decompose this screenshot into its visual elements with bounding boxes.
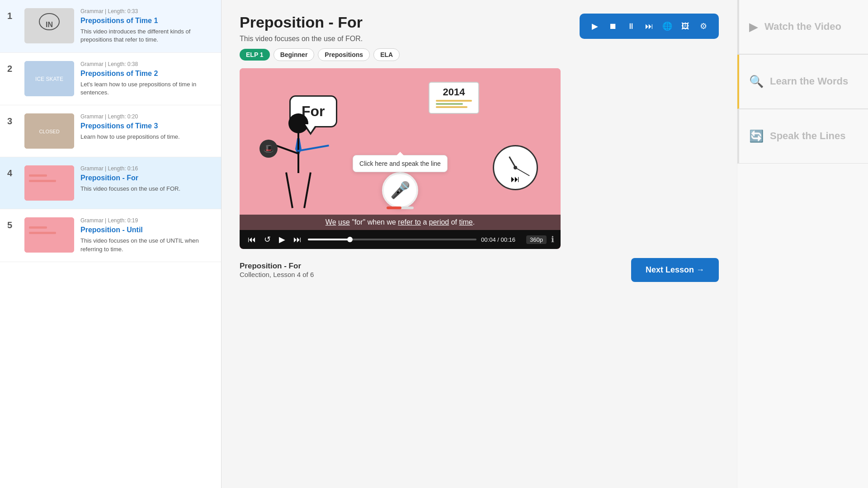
- pause-toolbar-icon[interactable]: ⏸: [622, 18, 640, 34]
- video-controls: ⏮ ↺ ▶ ⏭ 00:04 / 00:16: [240, 230, 561, 249]
- lesson-item-4[interactable]: 4 Grammar | Length: 0:16 Preposition - F…: [0, 157, 221, 209]
- lesson-thumb-5: [24, 217, 74, 253]
- lesson-title-5: Preposition - Until: [80, 225, 214, 234]
- lesson-number-3: 3: [7, 116, 20, 127]
- lesson-info-title: Preposition - For: [240, 262, 314, 271]
- lesson-number-5: 5: [7, 220, 20, 230]
- lesson-sidebar: 1 IN Grammar | Length: 0:33 Prepositions…: [0, 0, 222, 488]
- progress-bar[interactable]: [308, 239, 476, 240]
- tag-prepositions: Prepositions: [318, 48, 370, 61]
- main-content-row: For 🎩: [240, 68, 719, 282]
- lesson-tag-2: Grammar | Length: 0:38: [80, 61, 214, 67]
- language-toolbar-icon[interactable]: 🌐: [658, 18, 676, 34]
- settings-toolbar-icon[interactable]: ⚙: [694, 18, 712, 34]
- clock-widget: ⏭: [493, 145, 538, 190]
- stop-toolbar-icon[interactable]: ⏹: [604, 18, 622, 34]
- lesson-item-2[interactable]: 2 ICE SKATE Grammar | Length: 0:38 Prepo…: [0, 53, 221, 106]
- watch-video-section[interactable]: ▶ Watch the Video: [737, 0, 868, 54]
- svg-rect-7: [24, 165, 74, 201]
- year-card: 2014: [429, 82, 479, 114]
- stick-arm-right: [297, 145, 329, 152]
- lesson-number-1: 1: [7, 11, 20, 21]
- mic-progress: [387, 206, 414, 209]
- video-title-area: Preposition - For This video focuses on …: [240, 14, 400, 61]
- lesson-title-3: Prepositions of Time 3: [80, 122, 214, 130]
- skip-toolbar-icon[interactable]: ⏭: [640, 18, 658, 34]
- subtitle-text: We use "for" when we refer to a period o…: [326, 218, 475, 226]
- mic-button[interactable]: 🎤: [382, 172, 418, 208]
- info-icon[interactable]: ℹ: [551, 235, 554, 244]
- lesson-thumb-3: CLOSED: [24, 113, 74, 149]
- year-value: 2014: [436, 86, 472, 98]
- svg-text:ICE SKATE: ICE SKATE: [35, 76, 63, 82]
- next-lesson-button[interactable]: Next Lesson →: [631, 258, 719, 282]
- lesson-thumb-2: ICE SKATE: [24, 61, 74, 96]
- speak-lines-section[interactable]: 🔄 Speak the Lines: [737, 109, 868, 164]
- lesson-title-4: Preposition - For: [80, 174, 214, 182]
- mic-button-wrapper: 🎤 Click here and speak the line: [382, 172, 418, 208]
- display-toolbar-icon[interactable]: 🖼: [676, 18, 694, 34]
- svg-text:IN: IN: [46, 21, 53, 28]
- forward-button[interactable]: ⏭: [292, 234, 303, 245]
- learn-words-label: Learn the Words: [770, 75, 848, 87]
- lesson-title-1: Prepositions of Time 1: [80, 16, 214, 25]
- subtitles-bar: We use "for" when we refer to a period o…: [240, 215, 561, 230]
- lesson-desc-5: This video focuses on the use of UNTIL w…: [80, 237, 214, 253]
- tag-elp: ELP 1: [240, 49, 270, 61]
- speak-lines-label: Speak the Lines: [770, 130, 846, 142]
- video-player[interactable]: For 🎩: [240, 68, 561, 249]
- watch-video-label: Watch the Video: [764, 21, 841, 33]
- lesson-thumb-1: IN: [24, 8, 74, 43]
- lesson-tag-5: Grammar | Length: 0:19: [80, 217, 214, 224]
- time-total: 00:16: [500, 236, 515, 243]
- video-player-wrapper: For 🎩: [240, 68, 561, 249]
- lesson-thumb-4: [24, 165, 74, 201]
- svg-text:CLOSED: CLOSED: [39, 129, 59, 134]
- bottom-area: Preposition - For Collection, Lesson 4 o…: [240, 258, 719, 282]
- lesson-desc-4: This video focuses on the use of FOR.: [80, 185, 214, 193]
- lesson-tag-3: Grammar | Length: 0:20: [80, 113, 214, 120]
- lesson-title-2: Prepositions of Time 2: [80, 69, 214, 78]
- video-title: Preposition - For: [240, 14, 400, 31]
- lesson-number-4: 4: [7, 168, 20, 178]
- clock-skip-icon: ⏭: [511, 174, 520, 184]
- progress-fill: [308, 239, 350, 240]
- svg-rect-8: [29, 174, 47, 177]
- video-section: For 🎩: [240, 68, 719, 282]
- lesson-desc-2: Let's learn how to use prepositions of t…: [80, 80, 214, 97]
- tag-ela: ELA: [373, 48, 400, 61]
- tag-list: ELP 1 Beginner Prepositions ELA: [240, 48, 400, 61]
- rewind-button[interactable]: ⏮: [246, 234, 258, 245]
- play-toolbar-icon[interactable]: ▶: [586, 18, 604, 34]
- clock-face: ⏭: [493, 145, 538, 190]
- lesson-meta-3: Grammar | Length: 0:20 Prepositions of T…: [80, 113, 214, 141]
- lesson-meta-4: Grammar | Length: 0:16 Preposition - For…: [80, 165, 214, 193]
- play-button[interactable]: ▶: [277, 234, 287, 245]
- learn-words-icon: 🔍: [749, 75, 764, 89]
- svg-rect-11: [29, 226, 47, 229]
- lesson-item-1[interactable]: 1 IN Grammar | Length: 0:33 Prepositions…: [0, 0, 221, 53]
- lesson-item-5[interactable]: 5 Grammar | Length: 0:19 Preposition - U…: [0, 209, 221, 262]
- speak-lines-icon: 🔄: [749, 129, 764, 143]
- progress-dot: [347, 237, 353, 242]
- svg-rect-12: [29, 232, 56, 234]
- lesson-info: Preposition - For Collection, Lesson 4 o…: [240, 262, 314, 278]
- replay-button[interactable]: ↺: [262, 234, 273, 245]
- lesson-desc-3: Learn how to use prepositions of time.: [80, 133, 214, 141]
- video-content: For 🎩: [240, 68, 561, 249]
- tag-beginner: Beginner: [274, 48, 315, 61]
- quality-badge[interactable]: 360p: [526, 235, 547, 244]
- time-current: 00:04: [481, 236, 496, 243]
- lesson-tag-4: Grammar | Length: 0:16: [80, 165, 214, 172]
- lesson-collection-info: Collection, Lesson 4 of 6: [240, 271, 314, 278]
- main-content: Preposition - For This video focuses on …: [222, 0, 737, 488]
- lesson-item-3[interactable]: 3 CLOSED Grammar | Length: 0:20 Preposit…: [0, 105, 221, 157]
- video-subtitle: This video focuses on the use of FOR.: [240, 35, 400, 43]
- learn-words-section[interactable]: 🔍 Learn the Words: [737, 55, 868, 109]
- svg-rect-10: [24, 217, 74, 253]
- lesson-meta-5: Grammar | Length: 0:19 Preposition - Unt…: [80, 217, 214, 253]
- video-header: Preposition - For This video focuses on …: [240, 14, 719, 61]
- lesson-desc-1: This video introduces the different kind…: [80, 28, 214, 44]
- mic-tooltip[interactable]: Click here and speak the line: [353, 155, 448, 172]
- svg-rect-9: [29, 180, 56, 182]
